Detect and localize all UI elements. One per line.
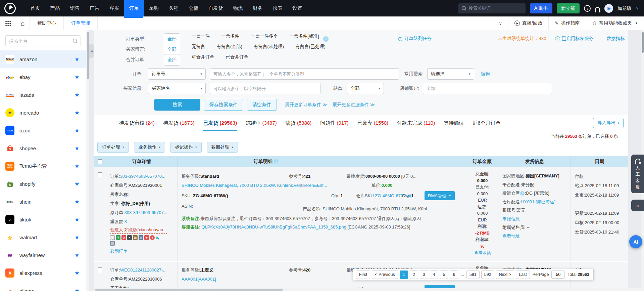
- tab-recent-6-months[interactable]: 近6个月订单: [473, 120, 500, 131]
- filter-option[interactable]: 无留言: [192, 44, 205, 55]
- operation-guide-link[interactable]: ✎ 操作指南: [549, 16, 586, 30]
- pagination-next[interactable]: Next >: [496, 271, 514, 279]
- nav-item-sales[interactable]: 销售: [65, 0, 85, 16]
- sidebar-item-lazada[interactable]: LAZADA lazada ★: [0, 86, 86, 104]
- shop-account-input[interactable]: [423, 83, 552, 94]
- camera-icon[interactable]: ●: [127, 235, 132, 240]
- business-ops-button[interactable]: 业务操作▾: [134, 142, 165, 153]
- data-metrics-link[interactable]: ≡ 数据指标: [602, 36, 625, 42]
- platform-search[interactable]: [5, 35, 81, 46]
- pagination-page-1[interactable]: 1: [400, 271, 408, 279]
- live-replay-link[interactable]: ▶ 直播/回放: [508, 16, 548, 30]
- scrollbar-thumb[interactable]: [642, 32, 644, 53]
- pagination-page-6[interactable]: 6: [450, 271, 458, 279]
- tab-out-of-stock[interactable]: 缺货 (5388): [286, 120, 312, 131]
- filter-option[interactable]: 全部: [164, 44, 180, 55]
- copy-order-link[interactable]: 复制订单: [110, 248, 128, 253]
- nav-item-reports[interactable]: 报表: [268, 0, 288, 16]
- sidebar-item-shein[interactable]: SHEIN shein ★: [0, 193, 86, 211]
- favorite-star-icon[interactable]: ★: [75, 287, 80, 291]
- search-button[interactable]: 搜索: [154, 99, 200, 111]
- order-number-input[interactable]: [210, 68, 399, 80]
- cs-note-file-link[interactable]: lQLPKcXz0AJy78HNAq3NBU-wTuS8iUhBgFgIlSaS…: [200, 224, 346, 230]
- tab-frozen[interactable]: 冻结中 (3487): [246, 120, 277, 131]
- scrollbar-thumb[interactable]: [95, 289, 283, 291]
- row-checkbox[interactable]: [98, 172, 102, 177]
- favorite-star-icon[interactable]: ★: [75, 127, 80, 134]
- sidebar-item-temu[interactable]: TEMU半托管 Temu半托管 ★: [0, 157, 86, 175]
- row-checkbox[interactable]: [98, 267, 102, 272]
- nav-item-warehouse[interactable]: 仓储: [184, 0, 203, 16]
- favorite-star-icon[interactable]: ★: [75, 269, 80, 277]
- favorite-star-icon[interactable]: ★: [75, 180, 80, 188]
- pagination-page-3[interactable]: 3: [420, 271, 428, 279]
- delivery-channel-link[interactable]: HY001 [海邑海运]: [521, 199, 556, 204]
- favorite-star-icon[interactable]: ★: [75, 74, 80, 81]
- nav-item-logistics[interactable]: 物流: [228, 0, 248, 16]
- label-service-link[interactable]: ✓ 已启用标发服务: [555, 36, 594, 42]
- filter-option[interactable]: 已合并订单: [226, 54, 249, 66]
- human-customer-service-widget[interactable]: 人 工 客 服: [631, 155, 644, 193]
- avatar[interactable]: ◉: [604, 4, 613, 13]
- clear-conditions-button[interactable]: 清空条件: [247, 99, 277, 111]
- buyer-type-select[interactable]: 买家姓名 ▾: [148, 83, 206, 94]
- order-process-button[interactable]: 订单处理▾: [97, 142, 129, 153]
- sidebar-item-mercado[interactable]: M mercado ★: [0, 104, 86, 122]
- nav-item-first-leg[interactable]: 头程: [164, 0, 184, 16]
- pagination-page-592[interactable]: 592: [481, 271, 494, 279]
- filter-option[interactable]: 全部: [164, 54, 180, 66]
- sidebar-item-aliexpress[interactable]: A aliexpress ★: [0, 264, 86, 282]
- package-icon[interactable]: ▦: [133, 235, 138, 240]
- payment-icon[interactable]: ¥: [116, 235, 120, 240]
- help-icon[interactable]: ?: [274, 159, 279, 164]
- tab-discarded[interactable]: 已废弃 (1550): [357, 120, 389, 131]
- pagination-page-591[interactable]: 591: [466, 271, 480, 279]
- edit-link[interactable]: 编辑: [481, 71, 490, 77]
- nav-item-purchasing[interactable]: 采购: [144, 0, 164, 16]
- chevron-down-icon[interactable]: ∨: [636, 6, 639, 10]
- version-label[interactable]: 如意版: [617, 5, 632, 11]
- site-select[interactable]: 全部 ▾: [347, 83, 384, 94]
- favorites-link[interactable]: ☆ 常用功能收藏夹 ▼: [586, 16, 644, 30]
- resend-count-link[interactable]: 8: [125, 219, 127, 224]
- save-search-button[interactable]: 保存搜索条件: [204, 99, 243, 111]
- product-title-link[interactable]: AAA001[AAA001]: [182, 275, 216, 284]
- home-icon[interactable]: ⌂: [21, 19, 25, 27]
- alert-icon[interactable]: !: [150, 235, 155, 240]
- horizontal-scrollbar[interactable]: [94, 288, 641, 291]
- nav-item-ads[interactable]: 广告: [85, 0, 104, 16]
- new-feature-button[interactable]: 新功能: [557, 3, 580, 13]
- chevron-down-icon[interactable]: ∨: [493, 21, 508, 26]
- app-logo[interactable]: [4, 3, 16, 14]
- ban-icon[interactable]: ⊘: [121, 235, 126, 240]
- filter-option[interactable]: 一票一件: [192, 33, 210, 45]
- e-commerce-icon[interactable]: e,: [156, 235, 159, 240]
- sidebar-item-shopee[interactable]: S shopee ★: [0, 139, 86, 157]
- nav-item-settings[interactable]: 设置: [288, 0, 307, 16]
- cs-ops-button[interactable]: 客服处理▾: [207, 142, 238, 153]
- order-type-select[interactable]: 订单号 ▾: [148, 68, 206, 80]
- declare-info-link[interactable]: 申报信息: [502, 216, 520, 221]
- nav-item-orders[interactable]: 订单: [124, 0, 144, 16]
- view-amount-link[interactable]: 查看金额: [470, 250, 495, 256]
- clipboard-icon[interactable]: ▤: [110, 241, 115, 246]
- quick-search-select[interactable]: 请选择 ▾: [427, 68, 474, 80]
- favorite-star-icon[interactable]: ★: [75, 145, 80, 152]
- tab-pending-review[interactable]: 待发货审核 (24): [119, 120, 155, 131]
- favorite-star-icon[interactable]: ★: [75, 109, 80, 116]
- favorite-star-icon[interactable]: ★: [75, 163, 80, 170]
- ai-assistant-button[interactable]: AI助手: [530, 3, 552, 13]
- filter-option[interactable]: 一票一件多个: [251, 33, 278, 45]
- help-icon[interactable]: ?: [323, 36, 329, 42]
- nav-item-customer-service[interactable]: 客服: [104, 0, 124, 16]
- tab-order-management[interactable]: 订单管理: [64, 16, 97, 30]
- more-order-conditions-link[interactable]: 展开更多订单条件 ≫: [285, 102, 327, 108]
- favorite-star-icon[interactable]: ★: [75, 234, 80, 241]
- buyer-info-input[interactable]: [210, 83, 320, 94]
- favorite-star-icon[interactable]: ★: [75, 252, 80, 259]
- nav-item-self-delivery[interactable]: 自发货: [203, 0, 228, 16]
- tab-awaiting-confirm[interactable]: 等待确认: [444, 120, 464, 131]
- filter-option[interactable]: 可合并订单: [192, 54, 214, 66]
- zoom-icon[interactable]: [110, 235, 115, 240]
- pagination-page-4[interactable]: 4: [430, 271, 438, 279]
